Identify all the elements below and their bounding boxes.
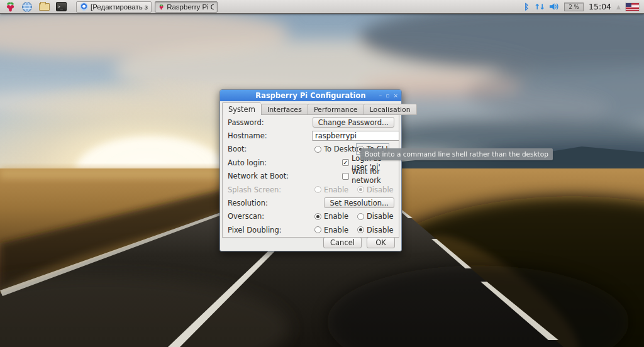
tab-interfaces[interactable]: Interfaces (261, 104, 308, 115)
splash-enable-radio: Enable (314, 185, 348, 194)
raspberry-icon (158, 3, 164, 11)
web-browser-globe-icon[interactable] (20, 1, 34, 13)
resolution-label: Resolution: (228, 199, 268, 207)
window-controls: – ▫ × (379, 90, 398, 101)
hostname-label: Hostname: (228, 131, 267, 140)
chromium-icon (80, 3, 88, 11)
maximize-icon[interactable]: ▫ (386, 93, 389, 99)
tab-system[interactable]: System (222, 102, 261, 115)
globe-icon (21, 1, 33, 13)
clock[interactable]: 15:04 (589, 2, 611, 11)
terminal-icon[interactable]: >_ (54, 1, 68, 13)
dialog-titlebar[interactable]: Raspberry Pi Configuration – ▫ × (220, 90, 401, 101)
desktop-wallpaper: Raspberry Pi Configuration – ▫ × System … (0, 14, 644, 347)
set-resolution-button[interactable]: Set Resolution... (324, 197, 394, 208)
pixel-doubling-disable-radio[interactable]: Disable (357, 226, 394, 234)
row-pixel-doubling: Pixel Doubling: Enable Disable (223, 223, 399, 236)
row-network-at-boot: Network at Boot: Wait for network (223, 170, 399, 183)
dialog-actions: Cancel OK (323, 237, 395, 248)
close-icon[interactable]: × (393, 93, 398, 99)
hostname-input[interactable] (312, 131, 399, 141)
file-manager-folder-icon[interactable] (37, 1, 51, 13)
tab-localisation[interactable]: Localisation (364, 104, 417, 115)
radio-selected-icon (314, 213, 321, 220)
radio-icon (314, 226, 321, 233)
checkbox-checked-icon (342, 159, 349, 166)
taskbar-window-label: [Редактировать з... (91, 3, 148, 11)
radio-icon (314, 146, 321, 153)
taskbar-window-browser-editor[interactable]: [Редактировать з... (76, 1, 152, 13)
volume-speaker-icon[interactable] (549, 3, 559, 11)
cancel-button[interactable]: Cancel (323, 237, 362, 248)
row-overscan: Overscan: Enable Disable (223, 210, 399, 223)
tab-content-system: Password: Change Password... Hostname: B… (222, 114, 399, 238)
checkbox-icon (342, 173, 349, 180)
overscan-enable-radio[interactable]: Enable (314, 212, 348, 221)
row-hostname: Hostname: (223, 129, 399, 142)
dialog-title: Raspberry Pi Configuration (220, 91, 401, 100)
change-password-button[interactable]: Change Password... (313, 117, 394, 128)
tab-strip: System Interfaces Performance Localisati… (222, 102, 417, 115)
row-password: Password: Change Password... (223, 116, 399, 129)
menu-raspberry-icon[interactable] (3, 1, 17, 13)
splash-disable-radio: Disable (357, 185, 394, 194)
eject-icon[interactable]: ▲ (616, 4, 621, 10)
radio-disabled-icon (314, 186, 321, 193)
cpu-usage-monitor[interactable]: 2 % (564, 3, 584, 11)
system-tray: ᛒ ↑↓ 2 % 15:04 ▲ (524, 2, 641, 11)
network-at-boot-label: Network at Boot: (228, 172, 289, 180)
taskbar-window-label: Raspberry Pi Confi... (167, 3, 214, 11)
radio-icon (357, 213, 364, 220)
tooltip: Boot into a command line shell rather th… (360, 148, 553, 160)
terminal-prompt-icon: >_ (56, 2, 67, 11)
taskbar-window-rpi-config[interactable]: Raspberry Pi Confi... (155, 1, 218, 13)
row-splash-screen: Splash Screen: Enable Disable (223, 183, 399, 196)
password-label: Password: (228, 118, 264, 127)
cpu-usage-value: 2 % (569, 4, 579, 10)
tab-performance[interactable]: Performance (308, 104, 364, 115)
overscan-label: Overscan: (228, 212, 264, 221)
overscan-disable-radio[interactable]: Disable (357, 212, 394, 221)
network-updown-arrows-icon[interactable]: ↑↓ (534, 3, 544, 11)
radio-disabled-selected-icon (357, 186, 364, 193)
pixel-doubling-enable-radio[interactable]: Enable (314, 226, 348, 234)
bluetooth-icon[interactable]: ᛒ (524, 3, 529, 11)
keyboard-layout-us-flag-icon[interactable] (626, 3, 639, 11)
boot-label: Boot: (228, 145, 247, 153)
splash-screen-label: Splash Screen: (228, 185, 281, 194)
radio-selected-icon (357, 226, 364, 233)
minimize-icon[interactable]: – (379, 93, 382, 99)
folder-icon (39, 3, 50, 11)
pixel-doubling-label: Pixel Doubling: (228, 226, 282, 234)
raspberry-logo-icon (5, 1, 16, 12)
screen: >_ [Редактировать з... Raspberry Pi Conf… (0, 0, 644, 347)
taskbar: >_ [Редактировать з... Raspberry Pi Conf… (0, 0, 644, 14)
boot-to-desktop-radio[interactable]: To Desktop (314, 145, 364, 153)
row-resolution: Resolution: Set Resolution... (223, 196, 399, 209)
rpi-config-dialog: Raspberry Pi Configuration – ▫ × System … (219, 89, 402, 251)
auto-login-label: Auto login: (228, 158, 267, 167)
ok-button[interactable]: OK (367, 237, 395, 248)
